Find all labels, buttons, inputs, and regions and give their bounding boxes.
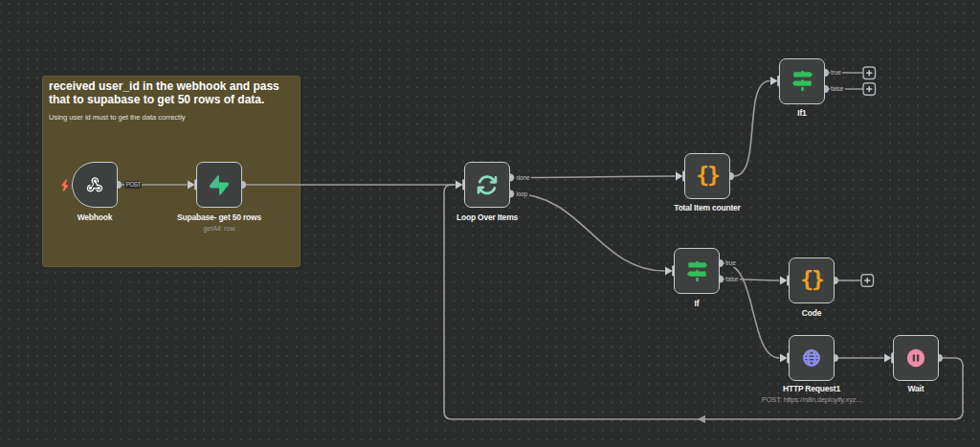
add-node-button-if1-true[interactable]	[863, 67, 876, 79]
node-code-label-block: Code	[725, 307, 898, 319]
add-node-button-if1-false[interactable]	[863, 83, 876, 96]
node-if1[interactable]	[779, 58, 825, 104]
lightning-bolt-icon	[61, 179, 69, 192]
port-label-done: done	[515, 173, 531, 182]
node-if[interactable]	[674, 248, 720, 294]
sync-icon	[477, 174, 498, 195]
svg-text:{}: {}	[800, 267, 823, 292]
node-wait-label-block: Wait	[830, 383, 980, 394]
node-loop-over-items[interactable]	[464, 162, 510, 208]
node-http-request1[interactable]	[789, 335, 835, 381]
node-http-subtitle: POST: https://n8n.deployify.xyz...	[725, 395, 898, 404]
edge-loop-done-counter[interactable]	[515, 176, 676, 178]
node-counter-label: Total Item counter	[621, 202, 793, 213]
code-braces-icon: {}	[693, 162, 722, 190]
node-wait-label: Wait	[830, 383, 980, 394]
feedback-arrowhead	[698, 415, 706, 423]
signpost-icon	[792, 71, 813, 91]
svg-text:{}: {}	[696, 163, 719, 188]
add-node-button-code[interactable]	[861, 275, 874, 287]
node-total-item-counter[interactable]: {}	[684, 153, 730, 199]
port-label-if-true: true	[724, 259, 738, 268]
globe-icon	[801, 347, 822, 369]
port-label-loop: loop	[515, 190, 529, 198]
node-webhook[interactable]	[72, 162, 118, 208]
port-label-if-false: false	[724, 275, 740, 283]
pause-icon	[894, 335, 938, 381]
workflow-canvas[interactable]: received user_id in the webhook and pass…	[0, 0, 980, 447]
node-code-label: Code	[725, 307, 898, 319]
node-loop-label: Loop Over Items	[401, 212, 573, 223]
node-code[interactable]: {}	[789, 257, 835, 303]
signpost-icon	[687, 261, 707, 281]
port-label-post: POST	[124, 181, 142, 190]
edge-counter-if1[interactable]	[734, 81, 770, 177]
node-wait[interactable]	[893, 335, 939, 381]
add-node-buttons	[861, 67, 876, 286]
port-label-if1-true: true	[830, 69, 843, 78]
node-if1-label: If1	[716, 107, 888, 119]
supabase-icon	[210, 175, 229, 195]
node-if1-label-block: If1	[716, 107, 888, 119]
node-supabase-label: Supabase- get 50 rows	[133, 212, 305, 223]
code-braces-icon: {}	[797, 266, 826, 295]
node-supabase-label-block: Supabase- get 50 rows getAll: row	[133, 212, 305, 233]
node-loop-label-block: Loop Over Items	[401, 212, 573, 223]
port-label-if1-false: false	[830, 85, 845, 94]
node-counter-label-block: Total Item counter	[621, 202, 793, 213]
node-supabase-subtitle: getAll: row	[133, 224, 305, 233]
webhook-icon	[85, 175, 104, 194]
node-supabase[interactable]	[196, 162, 242, 208]
